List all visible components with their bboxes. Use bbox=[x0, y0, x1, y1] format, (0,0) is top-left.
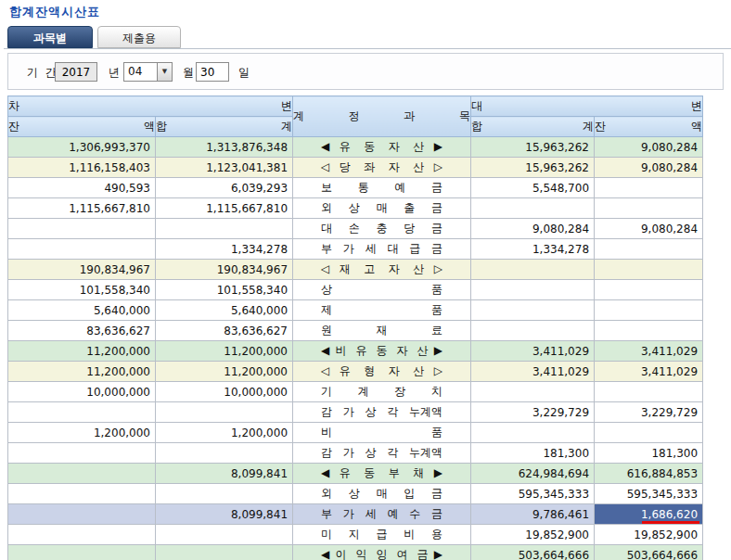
cell-credit-total[interactable]: 3,411,029 bbox=[471, 362, 595, 382]
cell-credit-balance[interactable]: 9,080,284 bbox=[595, 158, 703, 178]
cell-debit-balance[interactable]: 1,115,667,810 bbox=[8, 198, 156, 219]
cell-debit-balance[interactable] bbox=[8, 402, 156, 423]
cell-account[interactable]: 미 지 급 비 용 bbox=[293, 525, 471, 545]
cell-credit-balance[interactable]: 3,229,729 bbox=[595, 402, 703, 423]
cell-debit-balance[interactable] bbox=[8, 525, 156, 545]
cell-debit-total[interactable]: 101,558,340 bbox=[156, 280, 293, 300]
cell-credit-balance[interactable] bbox=[595, 382, 703, 402]
cell-account[interactable]: 비 품 bbox=[293, 423, 471, 443]
cell-debit-total[interactable]: 5,640,000 bbox=[156, 300, 293, 321]
cell-account[interactable]: ◀비 유 동 자 산▶ bbox=[293, 341, 471, 362]
cell-account[interactable]: 상 품 bbox=[293, 280, 471, 300]
cell-debit-total[interactable]: 11,200,000 bbox=[156, 362, 293, 382]
cell-debit-total[interactable] bbox=[156, 219, 293, 239]
cell-debit-balance[interactable] bbox=[8, 443, 156, 464]
cell-credit-total[interactable]: 1,334,278 bbox=[471, 239, 595, 260]
cell-account[interactable]: ◀이 익 잉 여 금▶ bbox=[293, 545, 471, 560]
cell-debit-balance[interactable]: 1,306,993,370 bbox=[8, 137, 156, 158]
cell-credit-balance[interactable] bbox=[595, 321, 703, 341]
cell-debit-total[interactable]: 1,200,000 bbox=[156, 423, 293, 443]
cell-credit-total[interactable] bbox=[471, 321, 595, 341]
cell-debit-balance[interactable]: 83,636,627 bbox=[8, 321, 156, 341]
cell-credit-total[interactable] bbox=[471, 198, 595, 219]
cell-account[interactable]: ◁당 좌 자 산▷ bbox=[293, 158, 471, 178]
cell-debit-total[interactable] bbox=[156, 484, 293, 504]
cell-account[interactable]: ◀유 동 자 산▶ bbox=[293, 137, 471, 158]
cell-account[interactable]: 부 가 세 예 수 금 bbox=[293, 504, 471, 525]
cell-debit-balance[interactable] bbox=[8, 484, 156, 504]
cell-credit-balance[interactable]: 9,080,284 bbox=[595, 219, 703, 239]
cell-debit-balance[interactable]: 11,200,000 bbox=[8, 341, 156, 362]
cell-credit-total[interactable]: 5,548,700 bbox=[471, 178, 595, 198]
cell-debit-balance[interactable] bbox=[8, 239, 156, 260]
cell-credit-balance[interactable] bbox=[595, 280, 703, 300]
day-input[interactable] bbox=[196, 62, 229, 82]
month-select[interactable]: 04 ▼ bbox=[123, 62, 173, 82]
cell-debit-balance[interactable] bbox=[8, 504, 156, 525]
cell-credit-balance[interactable] bbox=[595, 300, 703, 321]
cell-credit-total[interactable] bbox=[471, 280, 595, 300]
cell-debit-total[interactable]: 10,000,000 bbox=[156, 382, 293, 402]
cell-debit-balance[interactable]: 11,200,000 bbox=[8, 362, 156, 382]
cell-debit-balance[interactable]: 190,834,967 bbox=[8, 260, 156, 280]
cell-debit-balance[interactable]: 490,593 bbox=[8, 178, 156, 198]
cell-debit-total[interactable]: 1,115,667,810 bbox=[156, 198, 293, 219]
cell-credit-total[interactable]: 595,345,333 bbox=[471, 484, 595, 504]
cell-debit-total[interactable]: 1,123,041,381 bbox=[156, 158, 293, 178]
cell-debit-total[interactable]: 1,313,876,348 bbox=[156, 137, 293, 158]
cell-credit-total[interactable]: 3,411,029 bbox=[471, 341, 595, 362]
cell-account[interactable]: ◁재 고 자 산▷ bbox=[293, 260, 471, 280]
cell-credit-total[interactable] bbox=[471, 260, 595, 280]
cell-credit-total[interactable]: 15,963,262 bbox=[471, 137, 595, 158]
cell-debit-total[interactable]: 6,039,293 bbox=[156, 178, 293, 198]
cell-credit-total[interactable]: 19,852,900 bbox=[471, 525, 595, 545]
cell-account[interactable]: 보 통 예 금 bbox=[293, 178, 471, 198]
cell-credit-balance[interactable]: 3,411,029 bbox=[595, 341, 703, 362]
cell-debit-total[interactable]: 190,834,967 bbox=[156, 260, 293, 280]
cell-debit-total[interactable] bbox=[156, 545, 293, 560]
cell-credit-total[interactable]: 503,664,666 bbox=[471, 545, 595, 560]
cell-credit-balance[interactable] bbox=[595, 239, 703, 260]
cell-debit-total[interactable]: 8,099,841 bbox=[156, 504, 293, 525]
cell-credit-total[interactable]: 9,080,284 bbox=[471, 219, 595, 239]
tab-submission[interactable]: 제출용 bbox=[97, 26, 181, 48]
cell-debit-total[interactable]: 83,636,627 bbox=[156, 321, 293, 341]
cell-credit-balance[interactable] bbox=[595, 260, 703, 280]
cell-account[interactable]: 제 품 bbox=[293, 300, 471, 321]
cell-credit-balance[interactable] bbox=[595, 423, 703, 443]
cell-debit-total[interactable] bbox=[156, 443, 293, 464]
cell-debit-balance[interactable]: 1,200,000 bbox=[8, 423, 156, 443]
tab-by-account[interactable]: 과목별 bbox=[7, 26, 93, 48]
cell-credit-total[interactable]: 15,963,262 bbox=[471, 158, 595, 178]
cell-debit-balance[interactable]: 101,558,340 bbox=[8, 280, 156, 300]
cell-credit-balance[interactable]: 616,884,853 bbox=[595, 464, 703, 484]
chevron-down-icon[interactable]: ▼ bbox=[157, 63, 172, 81]
cell-credit-balance[interactable] bbox=[595, 198, 703, 219]
cell-debit-total[interactable] bbox=[156, 402, 293, 423]
cell-credit-balance[interactable]: 595,345,333 bbox=[595, 484, 703, 504]
cell-credit-total[interactable]: 9,786,461 bbox=[471, 504, 595, 525]
cell-credit-balance[interactable]: 181,300 bbox=[595, 443, 703, 464]
cell-account[interactable]: 외 상 매 입 금 bbox=[293, 484, 471, 504]
cell-account[interactable]: 기 계 장 치 bbox=[293, 382, 471, 402]
cell-debit-balance[interactable] bbox=[8, 545, 156, 560]
cell-credit-balance[interactable]: 3,411,029 bbox=[595, 362, 703, 382]
cell-debit-balance[interactable] bbox=[8, 464, 156, 484]
cell-credit-total[interactable]: 3,229,729 bbox=[471, 402, 595, 423]
cell-account[interactable]: 외 상 매 출 금 bbox=[293, 198, 471, 219]
cell-credit-balance[interactable] bbox=[595, 178, 703, 198]
cell-debit-balance[interactable] bbox=[8, 219, 156, 239]
cell-credit-balance[interactable]: 1,686,620 bbox=[595, 504, 703, 525]
cell-account[interactable]: ◁유 형 자 산▷ bbox=[293, 362, 471, 382]
cell-credit-balance[interactable]: 19,852,900 bbox=[595, 525, 703, 545]
cell-credit-total[interactable] bbox=[471, 300, 595, 321]
cell-debit-total[interactable]: 11,200,000 bbox=[156, 341, 293, 362]
cell-credit-total[interactable] bbox=[471, 423, 595, 443]
cell-account[interactable]: 감 가 상 각 누계액 bbox=[293, 402, 471, 423]
cell-account[interactable]: ◀유 동 부 채▶ bbox=[293, 464, 471, 484]
cell-credit-total[interactable]: 181,300 bbox=[471, 443, 595, 464]
cell-debit-balance[interactable]: 10,000,000 bbox=[8, 382, 156, 402]
cell-account[interactable]: 부 가 세 대 급 금 bbox=[293, 239, 471, 260]
year-input[interactable] bbox=[55, 62, 97, 82]
cell-credit-total[interactable] bbox=[471, 382, 595, 402]
